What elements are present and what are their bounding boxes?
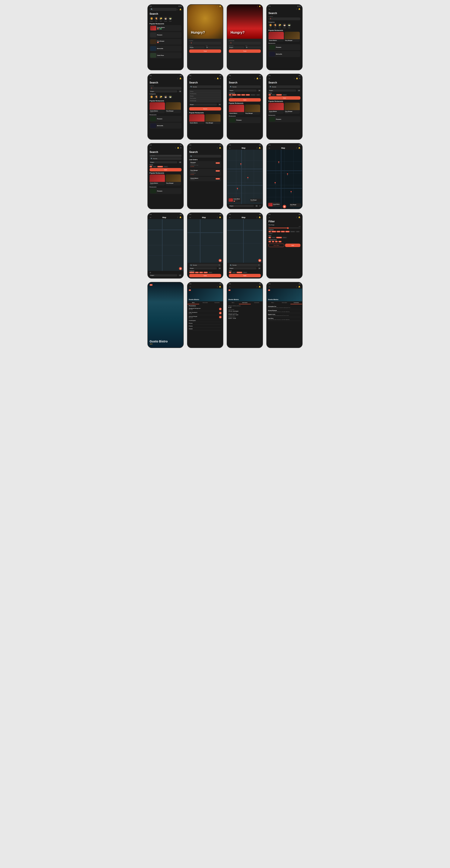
tab-info-19[interactable]: Information	[239, 301, 250, 304]
apply-btn-15[interactable]: Apply	[229, 274, 261, 277]
apply-btn-8[interactable]: Apply	[268, 96, 300, 100]
search-5[interactable]: 📍	[150, 87, 182, 90]
track-btn[interactable]: Track	[189, 50, 221, 53]
search-location-bar[interactable]: 📍	[189, 42, 221, 44]
pin-dark-2[interactable]: 📍	[286, 173, 289, 176]
tab-info-18[interactable]: Information	[199, 301, 211, 304]
filter-icon-13[interactable]: ⚙	[150, 272, 151, 274]
menu-section-pizza[interactable]: Pizzas ›	[189, 322, 221, 325]
tab-comments-18[interactable]: Comments	[211, 301, 223, 304]
cat-pizza[interactable]: 🍕Pizza	[154, 17, 158, 22]
filter-icon-14[interactable]: ⚙	[219, 264, 220, 266]
back-14[interactable]: ←	[189, 216, 191, 218]
tab-menu-19[interactable]: Menu	[227, 301, 239, 304]
rest-card-carte-1[interactable]: Carte Pizza	[150, 52, 182, 58]
location-btn-dark[interactable]: ◉	[283, 205, 286, 208]
pin-2[interactable]: 📍	[246, 177, 249, 179]
search-6[interactable]: 🔍 Toronto	[189, 85, 221, 88]
filter-icon-15[interactable]: ⚙	[258, 264, 260, 266]
back-19[interactable]: ←	[229, 286, 231, 288]
back-6[interactable]: ←	[189, 77, 191, 80]
add-arizona[interactable]: +	[219, 316, 221, 318]
rest-card-bistro-1[interactable]: Bistrozilla	[150, 45, 182, 52]
search-location-red[interactable]: 📍	[229, 42, 261, 44]
pin-3[interactable]: 📍	[236, 188, 239, 190]
back-11[interactable]: ←	[229, 147, 231, 149]
cat-salad[interactable]: 🥗Salads	[168, 17, 172, 22]
back-9[interactable]: ←	[150, 147, 152, 149]
search-8[interactable]: 🔍 Toronto	[268, 85, 300, 88]
track-btn-red[interactable]: Track	[229, 50, 261, 53]
tab-menu-18[interactable]: Menu	[187, 301, 199, 304]
order-pizzazen[interactable]: Pizzazen 5 days ago Reorder 44 Pizza Rd,…	[189, 161, 221, 168]
search-bar-1[interactable]: 🔍	[150, 8, 177, 11]
order-gusto[interactable]: Gusto Bistro 5 days ago Reorder	[189, 177, 221, 181]
more-icon[interactable]: ⋮	[177, 8, 179, 10]
search-9[interactable]: 🔍 Toronto	[150, 157, 182, 160]
bell-icon-4[interactable]: 🔔	[298, 8, 300, 10]
back-8[interactable]: ←	[268, 77, 271, 80]
apply-btn-14[interactable]: Apply	[189, 274, 221, 277]
menu-item-spaghetti[interactable]: Spaghetti Bolognese $17.00 +	[189, 307, 221, 311]
pin-1[interactable]: 📍	[239, 163, 242, 166]
filter-icon-8[interactable]: ⚙	[299, 78, 300, 80]
search-bar-4[interactable]: 📍	[268, 18, 300, 20]
filter-map-icon[interactable]: ⚙	[259, 205, 261, 207]
back-btn-4[interactable]: ←	[268, 8, 271, 10]
map-card-gusto-dark[interactable]: Gusto Bistro 4.8 ★	[268, 202, 280, 207]
search-btn-6[interactable]: Search	[189, 107, 221, 111]
filter-icon-9[interactable]: ⚙	[180, 147, 182, 149]
back-20[interactable]: ←	[268, 286, 271, 288]
rest-card-pizza-1[interactable]: Pizzazen	[150, 32, 182, 38]
search-15[interactable]: 🔍 Toronto ⚙	[229, 264, 261, 267]
back-16[interactable]: ←	[268, 216, 271, 218]
rest-card-bistro-4[interactable]: Bistrozilla	[268, 51, 300, 57]
back-15[interactable]: ←	[229, 216, 231, 218]
clear-btn[interactable]: Clear Filters	[268, 244, 284, 247]
menu-section-burgers[interactable]: Hamburgers ›	[189, 319, 221, 322]
bell-icon[interactable]: 🔔	[179, 8, 182, 10]
search-14[interactable]: 🔍 Toronto ⚙	[189, 264, 221, 267]
location-btn-14[interactable]: ◉	[219, 259, 221, 262]
tab-info-20[interactable]: Information	[278, 301, 290, 304]
add-spaghetti[interactable]: +	[219, 308, 221, 310]
cat-burger[interactable]: 🍔Burgers	[150, 17, 153, 22]
search-10[interactable]: 🔍	[189, 155, 221, 158]
price-slider[interactable]	[268, 228, 300, 228]
cat-noodles[interactable]: 🍜Noodles	[163, 17, 168, 22]
order-fury[interactable]: Fury Burger 3 days ago Reorder Great Bur…	[189, 169, 221, 176]
search-7[interactable]: 🔍 Toronto	[229, 85, 261, 88]
location-btn-13[interactable]: ◉	[179, 267, 182, 270]
menu-item-club[interactable]: Club Sandwich $7.00 +	[189, 311, 221, 315]
filter-icon-7[interactable]: ⚙	[259, 78, 261, 80]
apply-btn-filter[interactable]: Apply	[285, 244, 300, 247]
wide-card-fury-4[interactable]: Fury Burger	[284, 32, 300, 42]
back-12[interactable]: ←	[268, 147, 271, 149]
pin-dark-4[interactable]: 📍	[290, 191, 292, 193]
filter-icon-6[interactable]: ⚙	[220, 78, 221, 80]
map-card-fury[interactable]: Fury Burger ★★★ 4.7	[250, 199, 262, 202]
tab-menu-20[interactable]: Menu	[267, 301, 278, 304]
menu-section-pasta[interactable]: Pastas ›	[189, 325, 221, 328]
back-5[interactable]: ←	[150, 77, 152, 80]
slider-thumb[interactable]	[287, 227, 289, 229]
back-10[interactable]: ←	[189, 147, 191, 149]
back-7[interactable]: ←	[229, 77, 231, 80]
location-btn-15[interactable]: ◉	[258, 259, 261, 262]
apply-btn-7[interactable]: Apply	[229, 98, 261, 101]
rest-card-fury-1[interactable]: Fury Burger $$	[150, 39, 182, 45]
pin-dark-1[interactable]: 📍	[277, 161, 280, 164]
rest-card-pizza-4[interactable]: Pizzazen	[268, 44, 300, 50]
map-card-gusto[interactable]: Gusto Bistro ★★★ 4.8 $$	[228, 197, 241, 202]
back-18[interactable]: ←	[189, 286, 191, 288]
map-card-fury-dark[interactable]: Fury Burger 4.7 ★	[290, 204, 301, 207]
add-club[interactable]: +	[219, 312, 221, 314]
menu-item-arizona[interactable]: Arizona Burger $11.00 +	[189, 315, 221, 319]
tab-comments-20[interactable]: Comments	[291, 301, 302, 304]
tab-comments-19[interactable]: Comments	[251, 301, 263, 304]
more-icon-4[interactable]: ⋮	[296, 8, 297, 10]
cat-taco[interactable]: 🌮Tacos	[159, 17, 163, 22]
rest-card-gusto-1[interactable]: Gusto Bistro $$ Free	[150, 25, 182, 31]
back-13[interactable]: ←	[150, 216, 152, 218]
apply-btn-9[interactable]: Apply	[150, 168, 182, 172]
